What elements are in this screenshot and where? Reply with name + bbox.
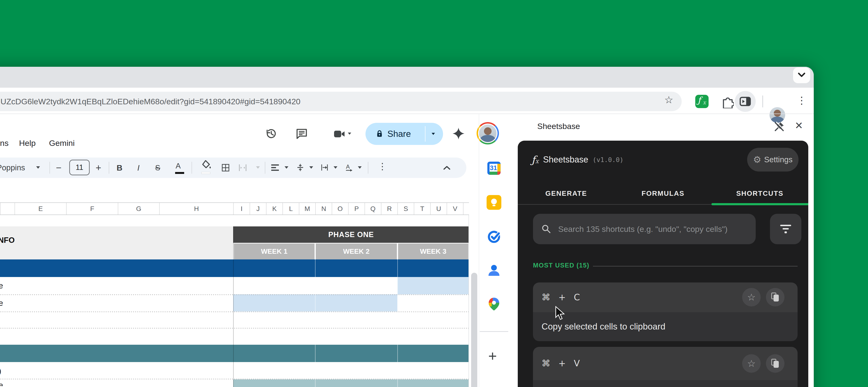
decrease-font-size-button[interactable]: −	[56, 157, 61, 178]
extensions-puzzle-icon[interactable]	[720, 95, 734, 108]
more-toolbar-options-icon[interactable]: ⋮	[378, 161, 387, 172]
phase-one-header-cell[interactable]: PHASE ONE	[233, 226, 469, 243]
tab-generate[interactable]: GENERATE	[518, 183, 615, 203]
browser-profile-avatar[interactable]	[770, 107, 785, 123]
increase-font-size-button[interactable]: +	[96, 157, 101, 178]
unpin-icon[interactable]	[774, 121, 785, 132]
column-header-O[interactable]: O	[332, 203, 348, 214]
gear-icon: ⚙	[753, 154, 761, 165]
text-rotation-icon[interactable]: A	[345, 164, 353, 172]
tab-shortcuts[interactable]: SHORTCUTS	[711, 183, 808, 203]
borders-icon[interactable]	[221, 164, 230, 172]
column-header-U[interactable]: U	[430, 203, 446, 214]
column-header-M[interactable]: M	[299, 203, 315, 214]
text-wrap-icon[interactable]	[321, 164, 328, 172]
light-blue-cell[interactable]	[397, 277, 469, 294]
info-header-cell[interactable]	[0, 226, 233, 259]
week2-header-cell[interactable]: WEEK 2	[316, 244, 397, 259]
menu-gemini[interactable]: Gemini	[49, 138, 75, 148]
column-header-K[interactable]: K	[266, 203, 282, 214]
column-header-F[interactable]: F	[66, 203, 118, 214]
contacts-icon[interactable]	[487, 263, 501, 278]
keep-icon[interactable]	[487, 195, 501, 210]
toolbar-divider	[109, 162, 109, 174]
browser-menu-kebab-icon[interactable]: ⋮	[797, 95, 807, 106]
copy-shortcut-button[interactable]	[766, 354, 784, 373]
calendar-icon[interactable]: 31	[486, 161, 502, 176]
shortcut-card-copy[interactable]: ⌘ + C ☆ Copy selected cells to clipboard	[533, 282, 798, 341]
search-icon	[541, 224, 552, 234]
side-panel-button[interactable]	[735, 91, 756, 112]
collapse-toolbar-icon[interactable]	[443, 165, 451, 170]
column-header-P[interactable]: P	[348, 203, 365, 214]
rotation-dropdown-icon[interactable]	[358, 166, 362, 169]
dark-blue-row[interactable]	[0, 259, 469, 277]
column-header-J[interactable]: J	[250, 203, 266, 214]
filter-button[interactable]	[770, 214, 801, 244]
text-wrap-dropdown-icon[interactable]	[334, 166, 337, 169]
dotted-row-border	[0, 312, 469, 312]
toolbar-divider	[0, 113, 814, 114]
horizontal-align-icon[interactable]	[271, 165, 279, 171]
light-teal-cell[interactable]	[233, 379, 469, 387]
maps-icon[interactable]	[487, 297, 501, 312]
favorite-star-button[interactable]: ☆	[742, 288, 761, 307]
column-header-I[interactable]: I	[233, 203, 250, 214]
column-header-N[interactable]: N	[315, 203, 332, 214]
gemini-sparkle-icon[interactable]	[452, 127, 465, 140]
share-split-divider	[425, 126, 426, 142]
week3-header-cell[interactable]: WEEK 3	[398, 244, 468, 259]
sheetsbase-extension-icon[interactable]: ƒ x	[695, 95, 709, 108]
settings-button[interactable]: ⚙ Settings	[747, 148, 799, 172]
column-header-partial[interactable]	[463, 203, 469, 214]
url-text[interactable]: UZcDG6leW2tydk2W1qEBqLZloEDehieM68o/edit…	[0, 92, 643, 111]
sheets-account-avatar[interactable]	[476, 122, 499, 144]
search-input[interactable]	[558, 214, 746, 244]
tasks-icon[interactable]	[487, 229, 501, 244]
column-header-H[interactable]: H	[159, 203, 233, 214]
merge-cells-icon[interactable]	[239, 164, 247, 172]
menu-fragment[interactable]: ns	[0, 138, 8, 148]
add-app-plus-icon[interactable]: +	[488, 347, 497, 364]
version-history-icon[interactable]	[265, 127, 277, 140]
italic-button[interactable]: I	[137, 157, 140, 178]
font-name-selector[interactable]: Poppins	[0, 157, 34, 178]
copy-shortcut-button[interactable]	[766, 288, 784, 307]
strikethrough-button[interactable]: S	[155, 157, 160, 178]
vertical-align-dropdown-icon[interactable]	[309, 166, 313, 169]
toolbar-divider	[265, 162, 265, 174]
menu-help[interactable]: Help	[19, 138, 36, 148]
mouse-cursor	[555, 306, 565, 320]
meet-camera-icon[interactable]	[334, 128, 345, 140]
comments-icon[interactable]	[296, 127, 308, 140]
section-divider	[593, 266, 798, 267]
vertical-scrollbar[interactable]	[471, 273, 477, 387]
column-header-partial[interactable]	[0, 203, 14, 214]
font-dropdown-icon[interactable]	[36, 166, 40, 169]
teal-row[interactable]	[0, 345, 469, 362]
week1-header-cell[interactable]: WEEK 1	[234, 244, 315, 259]
share-dropdown-icon[interactable]	[432, 133, 435, 135]
tab-search-button[interactable]	[793, 67, 810, 83]
column-header-L[interactable]: L	[282, 203, 299, 214]
bold-button[interactable]: B	[117, 157, 123, 178]
column-header-G[interactable]: G	[118, 203, 159, 214]
column-header-T[interactable]: T	[414, 203, 430, 214]
most-used-section-label: MOST USED (15)	[533, 262, 589, 269]
close-panel-icon[interactable]: ✕	[795, 120, 803, 131]
camera-dropdown-icon[interactable]	[348, 133, 351, 135]
vertical-align-icon[interactable]	[297, 164, 304, 172]
column-header-S[interactable]: S	[397, 203, 414, 214]
shortcut-card-paste[interactable]: ⌘ + V ☆	[533, 347, 798, 387]
column-header-V[interactable]: V	[446, 203, 463, 214]
bookmark-star-icon[interactable]: ☆	[664, 94, 673, 106]
align-dropdown-icon[interactable]	[285, 166, 288, 169]
column-header-Q[interactable]: Q	[365, 203, 381, 214]
tab-formulas[interactable]: FORMULAS	[615, 183, 711, 203]
fill-color-icon[interactable]	[201, 160, 211, 170]
font-size-input[interactable]: 11	[69, 160, 90, 175]
favorite-star-button[interactable]: ☆	[742, 354, 761, 373]
column-header-R[interactable]: R	[381, 203, 397, 214]
share-button[interactable]: Share	[366, 123, 443, 145]
column-header-E[interactable]: E	[14, 203, 66, 214]
